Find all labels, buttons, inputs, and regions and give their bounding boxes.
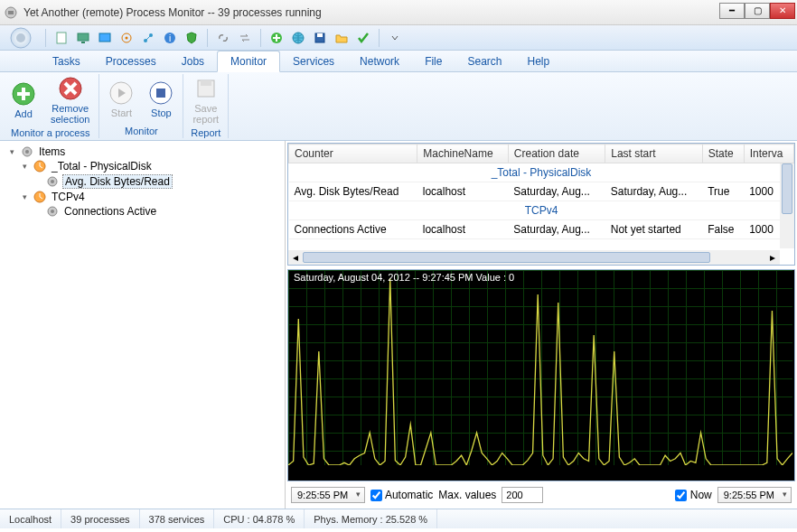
grid-vscrollbar[interactable] [780,163,794,248]
menu-tab-network[interactable]: Network [347,51,412,71]
add-icon[interactable] [268,30,285,46]
column-header[interactable]: Creation date [508,145,605,163]
doc-icon[interactable] [53,30,70,46]
expander-icon[interactable]: ▾ [20,192,30,201]
save-report-icon [193,76,219,101]
stop-button[interactable]: Stop [143,74,179,125]
svg-rect-4 [57,33,66,43]
stop-icon [148,80,173,106]
remove-label: Removeselection [51,103,89,125]
chart-controls: 9:25:55 PM Automatic Max. values Now 9:2… [287,483,795,507]
column-header[interactable]: Interva [744,145,793,163]
menu-tab-processes[interactable]: Processes [93,51,169,71]
grid-hscrollbar[interactable]: ◂▸ [288,250,780,265]
tree-node[interactable]: ▾TCPv4 [20,190,277,204]
add-button[interactable]: Add [5,74,42,126]
menu-tab-search[interactable]: Search [455,51,514,71]
save-report-label: Savereport [192,103,219,125]
maximize-button[interactable]: ▢ [745,3,770,19]
add-label: Add [14,108,33,119]
svg-point-3 [16,33,25,42]
max-values-input[interactable] [502,487,543,503]
remove-icon [58,76,83,101]
column-header[interactable]: Last start [605,145,702,163]
counter-grid[interactable]: CounterMachineNameCreation dateLast star… [287,143,795,266]
swap-icon[interactable] [237,30,253,46]
statusbar: Localhost 39 processes 378 services CPU … [0,509,797,528]
menu-tab-monitor[interactable]: Monitor [217,51,280,72]
svg-point-30 [51,180,54,183]
chart-area[interactable]: Saturday, August 04, 2012 -- 9:27:45 PM … [287,269,795,481]
stop-label: Stop [151,107,172,118]
link-icon[interactable] [215,30,231,46]
menu-tab-tasks[interactable]: Tasks [40,51,93,71]
start-button: Start [103,74,139,125]
start-label: Start [111,107,132,118]
svg-rect-18 [317,33,323,37]
svg-rect-7 [99,33,110,42]
status-processes: 39 processes [61,509,139,528]
menu-tab-help[interactable]: Help [515,51,563,71]
tree-node[interactable]: ▾Items [7,145,277,159]
automatic-checkbox[interactable]: Automatic [370,489,433,501]
svg-rect-25 [201,80,211,86]
svg-rect-5 [78,33,89,41]
menu-tab-services[interactable]: Services [280,51,347,71]
remove-button[interactable]: Removeselection [45,74,95,126]
save-icon[interactable] [312,30,328,46]
menu-tab-file[interactable]: File [412,51,455,71]
svg-line-12 [146,36,150,40]
status-services: 378 services [140,509,215,528]
minimize-button[interactable]: ━ [719,3,745,19]
tree-node[interactable]: Avg. Disk Bytes/Read [33,173,277,190]
expander-icon[interactable]: ▾ [20,162,30,171]
globe-icon[interactable] [290,30,306,46]
network-icon[interactable] [140,30,156,46]
info-icon[interactable]: i [162,30,178,46]
group-header[interactable]: TCPv4 [289,201,794,220]
column-header[interactable]: MachineName [417,145,509,163]
chart-timestamp: Saturday, August 04, 2012 -- 9:27:45 PM … [294,272,514,283]
table-row[interactable]: Connections ActivelocalhostSaturday, Aug… [289,220,794,239]
tree-node[interactable]: Connections Active [33,204,277,219]
screen-icon[interactable] [97,30,113,46]
status-cpu: CPU : 04.878 % [214,509,305,528]
svg-rect-23 [156,89,165,98]
group-header[interactable]: _Total - PhysicalDisk [289,163,794,182]
shield-icon[interactable] [183,30,200,46]
svg-text:i: i [169,33,171,43]
window-title: Yet Another (remote) Process Monitor -- … [23,6,719,19]
dropdown-icon[interactable] [387,30,403,46]
menu-tab-jobs[interactable]: Jobs [169,51,217,71]
svg-point-33 [51,210,54,213]
tree-view[interactable]: ▾Items▾_Total - PhysicalDiskAvg. Disk By… [0,141,286,509]
close-button[interactable]: ✕ [770,3,795,19]
svg-point-9 [126,36,128,39]
svg-rect-6 [81,42,85,43]
from-time-combo[interactable]: 9:25:55 PM [291,487,365,503]
svg-point-27 [25,150,29,154]
svg-rect-1 [8,11,14,14]
target-icon[interactable] [118,30,135,46]
ribbon-group-title: Monitor a process [5,126,95,140]
folder-icon[interactable] [333,30,350,46]
add-icon [11,81,36,107]
save-report-button: Savereport [187,74,224,126]
ribbon-group-title: Report [187,126,224,140]
titlebar: Yet Another (remote) Process Monitor -- … [0,0,797,25]
monitor-icon[interactable] [75,30,91,46]
start-icon [108,80,134,106]
table-row[interactable]: Avg. Disk Bytes/ReadlocalhostSaturday, A… [289,182,794,201]
tree-node[interactable]: ▾_Total - PhysicalDisk [20,159,277,173]
ribbon: AddRemoveselectionMonitor a processStart… [0,72,797,141]
check-icon[interactable] [355,30,371,46]
column-header[interactable]: State [702,145,744,163]
app-menu-button[interactable] [4,27,38,49]
ribbon-group-title: Monitor [103,125,179,138]
expander-icon[interactable]: ▾ [7,147,17,156]
column-header[interactable]: Counter [289,145,417,163]
to-time-combo[interactable]: 9:25:55 PM [717,487,792,503]
max-values-label: Max. values [438,489,496,501]
now-checkbox[interactable]: Now [675,489,711,501]
menubar: TasksProcessesJobsMonitorServicesNetwork… [0,51,797,72]
